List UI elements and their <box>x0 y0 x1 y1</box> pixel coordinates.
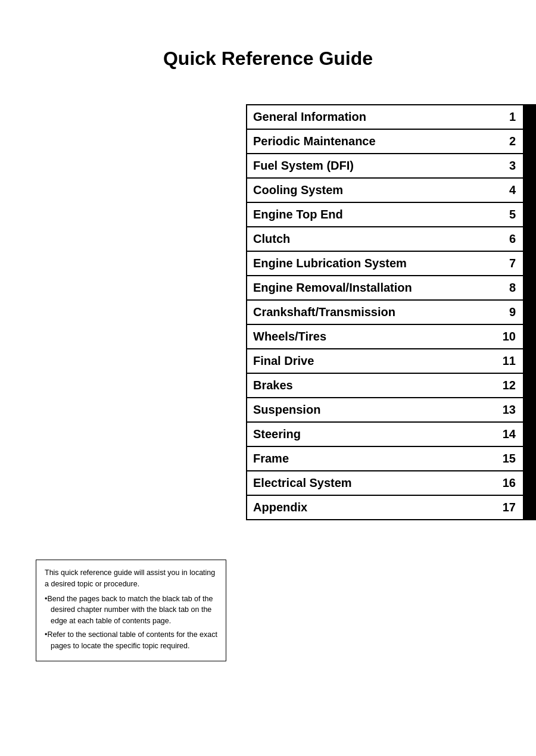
chapter-tab <box>523 105 536 129</box>
toc-item[interactable]: Suspension13 <box>246 398 536 423</box>
chapter-tab <box>523 447 536 470</box>
toc-number: 9 <box>499 301 523 324</box>
toc-item[interactable]: Engine Lubrication System7 <box>246 252 536 276</box>
toc-label: Final Drive <box>247 349 496 373</box>
toc-number: 8 <box>499 276 523 299</box>
toc-number: 14 <box>496 423 523 446</box>
toc-item[interactable]: General Information1 <box>246 104 536 130</box>
info-intro: This quick reference guide will assist y… <box>45 567 217 590</box>
toc-container: General Information1Periodic Maintenance… <box>246 104 536 520</box>
toc-label: Clutch <box>247 227 499 251</box>
info-bullets: •Bend the pages back to match the black … <box>45 593 217 652</box>
chapter-tab <box>523 423 536 446</box>
toc-item[interactable]: Engine Removal/Installation8 <box>246 276 536 301</box>
toc-number: 5 <box>499 203 523 226</box>
chapter-tab <box>523 374 536 397</box>
chapter-tab <box>523 301 536 324</box>
toc-label: Periodic Maintenance <box>247 130 499 153</box>
toc-number: 13 <box>496 398 523 421</box>
chapter-tab <box>523 203 536 226</box>
toc-number: 17 <box>496 496 523 519</box>
toc-label: Cooling System <box>247 179 499 202</box>
toc-label: Frame <box>247 447 496 470</box>
toc-number: 16 <box>496 471 523 495</box>
toc-label: Wheels/Tires <box>247 325 496 348</box>
toc-label: Appendix <box>247 496 496 519</box>
toc-number: 3 <box>499 154 523 177</box>
toc-item[interactable]: Periodic Maintenance2 <box>246 130 536 154</box>
chapter-tab <box>523 130 536 153</box>
toc-number: 10 <box>496 325 523 348</box>
toc-item[interactable]: Clutch6 <box>246 227 536 252</box>
chapter-tab <box>523 276 536 299</box>
chapter-tab <box>523 227 536 251</box>
toc-number: 7 <box>499 252 523 275</box>
toc-number: 4 <box>499 179 523 202</box>
info-bullet-2: •Refer to the sectional table of content… <box>45 629 217 652</box>
chapter-tab <box>523 349 536 373</box>
toc-label: Electrical System <box>247 471 496 495</box>
chapter-tab <box>523 154 536 177</box>
chapter-tab <box>523 471 536 495</box>
toc-item[interactable]: Engine Top End5 <box>246 203 536 227</box>
toc-label: Engine Removal/Installation <box>247 276 499 299</box>
chapter-tab <box>523 496 536 519</box>
chapter-tab <box>523 179 536 202</box>
toc-label: Crankshaft/Transmission <box>247 301 499 324</box>
info-bullet-1: •Bend the pages back to match the black … <box>45 593 217 627</box>
info-box: This quick reference guide will assist y… <box>36 560 226 661</box>
toc-label: Suspension <box>247 398 496 421</box>
page-title: Quick Reference Guide <box>0 0 536 93</box>
toc-item[interactable]: Steering14 <box>246 423 536 447</box>
toc-number: 1 <box>499 105 523 129</box>
toc-label: Brakes <box>247 374 496 397</box>
chapter-tab <box>523 325 536 348</box>
toc-item[interactable]: Fuel System (DFI)3 <box>246 154 536 179</box>
chapter-tab <box>523 252 536 275</box>
toc-number: 6 <box>499 227 523 251</box>
toc-item[interactable]: Appendix17 <box>246 496 536 520</box>
toc-number: 15 <box>496 447 523 470</box>
toc-item[interactable]: Cooling System4 <box>246 179 536 203</box>
toc-item[interactable]: Electrical System16 <box>246 471 536 496</box>
toc-item[interactable]: Frame15 <box>246 447 536 471</box>
toc-label: General Information <box>247 105 499 129</box>
toc-number: 2 <box>499 130 523 153</box>
toc-number: 12 <box>496 374 523 397</box>
toc-label: Steering <box>247 423 496 446</box>
toc-item[interactable]: Final Drive11 <box>246 349 536 374</box>
chapter-tab <box>523 398 536 421</box>
toc-label: Engine Lubrication System <box>247 252 499 275</box>
toc-item[interactable]: Brakes12 <box>246 374 536 398</box>
toc-label: Fuel System (DFI) <box>247 154 499 177</box>
toc-item[interactable]: Wheels/Tires10 <box>246 325 536 349</box>
toc-number: 11 <box>496 349 523 373</box>
toc-label: Engine Top End <box>247 203 499 226</box>
toc-item[interactable]: Crankshaft/Transmission9 <box>246 301 536 325</box>
